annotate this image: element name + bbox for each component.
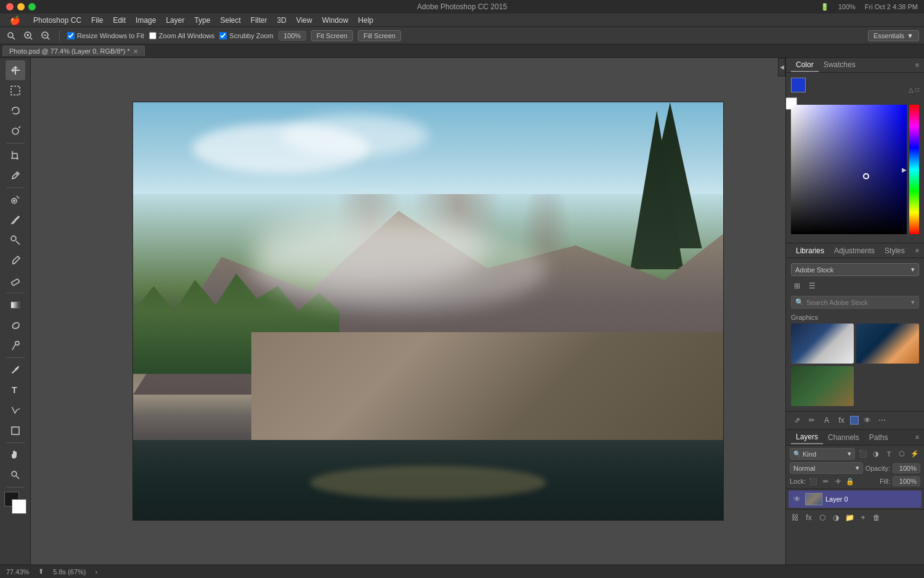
adjustments-tab[interactable]: Adjustments — [829, 245, 880, 257]
status-arrow-icon[interactable]: › — [95, 568, 98, 576]
brush-tool[interactable] — [6, 210, 25, 230]
marquee-tool[interactable] — [6, 81, 25, 100]
new-fill-icon[interactable]: ◑ — [830, 512, 841, 523]
menu-file[interactable]: File — [86, 15, 108, 26]
dodge-tool[interactable] — [6, 336, 25, 356]
menu-image[interactable]: Image — [131, 15, 161, 26]
menu-view[interactable]: View — [291, 15, 317, 26]
panel-collapse-button[interactable]: ◀ — [778, 58, 785, 76]
fill-screen-button[interactable]: Fill Screen — [358, 30, 401, 41]
layers-kind-dropdown[interactable]: 🔍 Kind ▾ — [790, 448, 855, 460]
shape-tool[interactable] — [6, 421, 25, 441]
status-share-icon[interactable]: ⬆ — [38, 568, 44, 576]
layer-row-0[interactable]: 👁 Layer 0 — [788, 490, 922, 508]
healing-brush-tool[interactable] — [6, 190, 25, 210]
list-view-icon[interactable]: ☰ — [806, 280, 818, 292]
lib-brush-icon[interactable]: ✏ — [806, 414, 818, 426]
lib-more-icon[interactable]: ⋯ — [876, 414, 888, 426]
styles-tab[interactable]: Styles — [880, 245, 910, 257]
close-button[interactable] — [6, 3, 14, 10]
layer-filter-type-icon[interactable]: T — [883, 449, 894, 460]
layer-filter-shape-icon[interactable]: ⬡ — [896, 449, 907, 460]
new-group-icon[interactable]: 📁 — [844, 512, 855, 523]
menu-select[interactable]: Select — [215, 15, 245, 26]
layer-filter-pixel-icon[interactable]: ⬛ — [857, 449, 869, 460]
opacity-value[interactable]: 100% — [893, 463, 920, 473]
graphic-thumbnail-1[interactable] — [791, 324, 854, 364]
lock-pixels-icon[interactable]: ⬛ — [808, 476, 818, 486]
hand-tool[interactable] — [6, 445, 25, 465]
lock-position-icon[interactable]: ✏ — [821, 476, 830, 486]
mac-window-controls[interactable] — [6, 3, 36, 10]
paths-tab[interactable]: Paths — [864, 431, 893, 444]
color-tab[interactable]: Color — [791, 59, 819, 72]
clone-stamp-tool[interactable] — [6, 230, 25, 250]
background-color[interactable] — [12, 499, 26, 514]
layer-filter-adjust-icon[interactable]: ◑ — [870, 449, 881, 460]
lock-move-icon[interactable]: ✛ — [833, 476, 843, 486]
eyedropper-tool[interactable] — [6, 166, 25, 185]
layer-name-label[interactable]: Layer 0 — [825, 495, 918, 503]
lib-color-swatch[interactable] — [850, 416, 859, 425]
lib-fx-icon[interactable]: fx — [835, 414, 848, 426]
path-selection-tool[interactable] — [6, 401, 25, 420]
fill-value[interactable]: 100% — [893, 476, 920, 486]
link-layers-icon[interactable]: ⛓ — [790, 512, 801, 523]
lib-type-icon[interactable]: A — [821, 414, 833, 426]
new-layer-icon[interactable]: + — [857, 512, 869, 523]
menu-filter[interactable]: Filter — [246, 15, 272, 26]
zoom-value[interactable]: 100% — [278, 31, 306, 41]
graphic-thumbnail-2[interactable] — [856, 324, 919, 364]
add-style-icon[interactable]: fx — [803, 512, 814, 523]
menu-photoshop[interactable]: Photoshop CC — [28, 15, 86, 26]
libraries-tab[interactable]: Libraries — [791, 245, 829, 257]
delete-layer-icon[interactable]: 🗑 — [871, 512, 882, 523]
libraries-menu-icon[interactable]: ≡ — [915, 247, 919, 254]
menu-3d[interactable]: 3D — [272, 15, 291, 26]
move-tool[interactable] — [6, 60, 25, 80]
crop-tool[interactable] — [6, 145, 25, 165]
gradient-tool[interactable] — [6, 295, 25, 315]
minimize-button[interactable] — [17, 3, 25, 10]
swatches-tab[interactable]: Swatches — [819, 59, 861, 72]
menu-layer[interactable]: Layer — [161, 15, 189, 26]
color-gradient-picker[interactable]: ▶ — [791, 105, 919, 234]
library-search[interactable]: 🔍 Search Adobe Stock ▾ — [791, 296, 919, 309]
layer-visibility-icon[interactable]: 👁 — [792, 494, 802, 504]
layers-tab[interactable]: Layers — [791, 431, 823, 444]
layers-menu-icon[interactable]: ≡ — [915, 434, 919, 441]
search-dropdown-icon[interactable]: ▾ — [911, 298, 915, 306]
lib-eye-icon[interactable]: 👁 — [861, 414, 873, 426]
zoom-out-icon[interactable] — [39, 30, 52, 42]
grid-view-icon[interactable]: ⊞ — [791, 280, 803, 292]
menu-type[interactable]: Type — [189, 15, 215, 26]
lib-link-icon[interactable]: ⇗ — [791, 414, 803, 426]
lock-all-icon[interactable]: 🔒 — [845, 476, 855, 486]
history-brush-tool[interactable] — [6, 251, 25, 271]
color-swatches[interactable] — [4, 492, 26, 514]
resize-windows-checkbox[interactable]: Resize Windows to Fit — [67, 32, 144, 39]
panel-menu-icon[interactable]: ≡ — [915, 62, 919, 68]
canvas-image[interactable] — [132, 102, 724, 521]
hue-slider[interactable] — [909, 105, 919, 234]
zoom-all-checkbox[interactable]: Zoom All Windows — [149, 32, 214, 39]
menu-edit[interactable]: Edit — [108, 15, 131, 26]
foreground-swatch[interactable] — [791, 78, 806, 92]
graphic-thumbnail-3[interactable] — [791, 366, 854, 406]
eraser-tool[interactable] — [6, 271, 25, 291]
library-dropdown[interactable]: Adobe Stock ▾ — [791, 263, 919, 276]
maximize-button[interactable] — [28, 3, 36, 10]
lasso-tool[interactable] — [6, 101, 25, 121]
zoom-tool[interactable] — [6, 465, 25, 485]
channels-tab[interactable]: Channels — [823, 431, 864, 444]
blur-tool[interactable] — [6, 315, 25, 335]
fit-screen-button[interactable]: Fit Screen — [311, 30, 353, 41]
add-mask-icon[interactable]: ⬡ — [817, 512, 828, 523]
tab-close-icon[interactable]: ✕ — [133, 48, 138, 55]
document-tab[interactable]: Photo.psd @ 77.4% (Layer 0, RGB/8*) * ✕ — [2, 46, 145, 56]
scrubby-zoom-checkbox[interactable]: Scrubby Zoom — [219, 32, 274, 39]
layer-filter-smart-icon[interactable]: ⚡ — [909, 449, 920, 460]
pen-tool[interactable] — [6, 360, 25, 380]
quick-select-tool[interactable] — [6, 121, 25, 141]
menu-help[interactable]: Help — [353, 15, 378, 26]
